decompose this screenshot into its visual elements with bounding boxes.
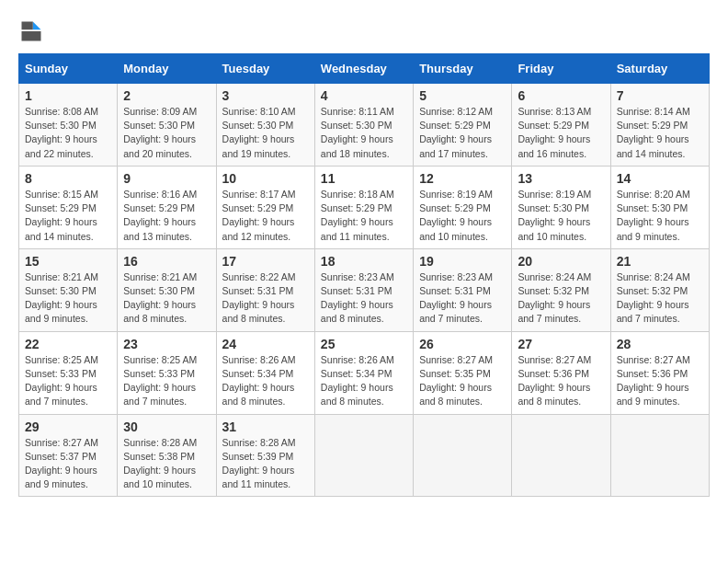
weekday-label: Friday — [512, 54, 610, 84]
day-number: 21 — [617, 254, 703, 269]
day-number: 2 — [123, 88, 210, 103]
logo — [18, 18, 48, 44]
day-number: 15 — [25, 254, 111, 269]
weekday-label: Monday — [118, 54, 216, 84]
day-info: Sunrise: 8:25 AMSunset: 5:33 PMDaylight:… — [25, 353, 111, 409]
calendar-cell: 26Sunrise: 8:27 AMSunset: 5:35 PMDayligh… — [414, 331, 512, 414]
day-info: Sunrise: 8:23 AMSunset: 5:31 PMDaylight:… — [419, 270, 506, 327]
calendar-body: 1Sunrise: 8:08 AMSunset: 5:30 PMDaylight… — [19, 84, 710, 497]
day-number: 12 — [419, 171, 506, 186]
day-number: 31 — [222, 419, 309, 434]
day-info: Sunrise: 8:25 AMSunset: 5:33 PMDaylight:… — [123, 353, 210, 409]
day-number: 4 — [321, 88, 407, 103]
calendar-cell: 11Sunrise: 8:18 AMSunset: 5:29 PMDayligh… — [314, 166, 413, 248]
calendar-cell: 2Sunrise: 8:09 AMSunset: 5:30 PMDaylight… — [118, 84, 216, 167]
day-number: 22 — [25, 337, 111, 351]
day-info: Sunrise: 8:19 AMSunset: 5:30 PMDaylight:… — [518, 188, 604, 244]
day-info: Sunrise: 8:22 AMSunset: 5:31 PMDaylight:… — [222, 270, 309, 327]
calendar-cell: 28Sunrise: 8:27 AMSunset: 5:36 PMDayligh… — [610, 331, 709, 414]
day-info: Sunrise: 8:27 AMSunset: 5:36 PMDaylight:… — [518, 353, 604, 409]
day-number: 10 — [222, 171, 309, 186]
day-info: Sunrise: 8:09 AMSunset: 5:30 PMDaylight:… — [123, 105, 210, 161]
day-number: 8 — [25, 171, 111, 186]
day-info: Sunrise: 8:27 AMSunset: 5:36 PMDaylight:… — [617, 353, 703, 409]
calendar-cell — [610, 414, 709, 497]
day-number: 28 — [617, 337, 703, 351]
day-number: 1 — [25, 88, 111, 103]
day-number: 9 — [123, 171, 210, 186]
calendar-cell: 23Sunrise: 8:25 AMSunset: 5:33 PMDayligh… — [118, 331, 216, 414]
day-info: Sunrise: 8:17 AMSunset: 5:29 PMDaylight:… — [222, 188, 309, 244]
day-info: Sunrise: 8:28 AMSunset: 5:38 PMDaylight:… — [123, 436, 210, 492]
calendar-cell — [414, 414, 512, 497]
day-number: 17 — [222, 254, 309, 269]
day-info: Sunrise: 8:27 AMSunset: 5:37 PMDaylight:… — [25, 436, 111, 492]
calendar-cell: 12Sunrise: 8:19 AMSunset: 5:29 PMDayligh… — [414, 166, 512, 248]
calendar-cell: 10Sunrise: 8:17 AMSunset: 5:29 PMDayligh… — [216, 166, 314, 248]
calendar-cell: 31Sunrise: 8:28 AMSunset: 5:39 PMDayligh… — [216, 414, 314, 497]
calendar-cell: 16Sunrise: 8:21 AMSunset: 5:30 PMDayligh… — [118, 248, 216, 331]
logo-icon — [18, 18, 44, 44]
calendar-cell: 30Sunrise: 8:28 AMSunset: 5:38 PMDayligh… — [118, 414, 216, 497]
svg-rect-2 — [22, 22, 33, 30]
day-number: 30 — [123, 419, 210, 434]
calendar-cell: 7Sunrise: 8:14 AMSunset: 5:29 PMDaylight… — [610, 84, 709, 167]
calendar-cell: 5Sunrise: 8:12 AMSunset: 5:29 PMDaylight… — [414, 84, 512, 167]
day-info: Sunrise: 8:21 AMSunset: 5:30 PMDaylight:… — [25, 270, 111, 327]
calendar-table: SundayMondayTuesdayWednesdayThursdayFrid… — [18, 53, 710, 497]
calendar-cell: 25Sunrise: 8:26 AMSunset: 5:34 PMDayligh… — [314, 331, 413, 414]
calendar-cell: 9Sunrise: 8:16 AMSunset: 5:29 PMDaylight… — [118, 166, 216, 248]
day-info: Sunrise: 8:13 AMSunset: 5:29 PMDaylight:… — [518, 105, 604, 161]
day-number: 26 — [419, 337, 506, 351]
calendar-cell: 22Sunrise: 8:25 AMSunset: 5:33 PMDayligh… — [19, 331, 118, 414]
calendar-cell — [512, 414, 610, 497]
weekday-header-row: SundayMondayTuesdayWednesdayThursdayFrid… — [19, 54, 710, 84]
calendar-cell: 24Sunrise: 8:26 AMSunset: 5:34 PMDayligh… — [216, 331, 314, 414]
calendar-cell: 21Sunrise: 8:24 AMSunset: 5:32 PMDayligh… — [610, 248, 709, 331]
day-info: Sunrise: 8:28 AMSunset: 5:39 PMDaylight:… — [222, 436, 309, 492]
day-number: 20 — [518, 254, 604, 269]
day-info: Sunrise: 8:12 AMSunset: 5:29 PMDaylight:… — [419, 105, 506, 161]
calendar-cell: 29Sunrise: 8:27 AMSunset: 5:37 PMDayligh… — [19, 414, 118, 497]
day-info: Sunrise: 8:20 AMSunset: 5:30 PMDaylight:… — [617, 188, 703, 244]
day-info: Sunrise: 8:11 AMSunset: 5:30 PMDaylight:… — [321, 105, 407, 161]
day-number: 5 — [419, 88, 506, 103]
calendar-cell: 14Sunrise: 8:20 AMSunset: 5:30 PMDayligh… — [610, 166, 709, 248]
calendar-cell: 13Sunrise: 8:19 AMSunset: 5:30 PMDayligh… — [512, 166, 610, 248]
day-number: 14 — [617, 171, 703, 186]
day-info: Sunrise: 8:14 AMSunset: 5:29 PMDaylight:… — [617, 105, 703, 161]
svg-marker-1 — [33, 22, 41, 30]
calendar-week-row: 22Sunrise: 8:25 AMSunset: 5:33 PMDayligh… — [19, 331, 710, 414]
calendar-cell: 3Sunrise: 8:10 AMSunset: 5:30 PMDaylight… — [216, 84, 314, 167]
calendar-cell: 4Sunrise: 8:11 AMSunset: 5:30 PMDaylight… — [314, 84, 413, 167]
calendar-cell: 17Sunrise: 8:22 AMSunset: 5:31 PMDayligh… — [216, 248, 314, 331]
calendar-cell: 15Sunrise: 8:21 AMSunset: 5:30 PMDayligh… — [19, 248, 118, 331]
day-number: 19 — [419, 254, 506, 269]
day-info: Sunrise: 8:19 AMSunset: 5:29 PMDaylight:… — [419, 188, 506, 244]
day-info: Sunrise: 8:23 AMSunset: 5:31 PMDaylight:… — [321, 270, 407, 327]
day-number: 7 — [617, 88, 703, 103]
day-number: 25 — [321, 337, 407, 351]
day-info: Sunrise: 8:24 AMSunset: 5:32 PMDaylight:… — [518, 270, 604, 327]
weekday-label: Saturday — [610, 54, 709, 84]
day-info: Sunrise: 8:18 AMSunset: 5:29 PMDaylight:… — [321, 188, 407, 244]
calendar-cell: 19Sunrise: 8:23 AMSunset: 5:31 PMDayligh… — [414, 248, 512, 331]
calendar-week-row: 29Sunrise: 8:27 AMSunset: 5:37 PMDayligh… — [19, 414, 710, 497]
day-number: 24 — [222, 337, 309, 351]
weekday-label: Tuesday — [216, 54, 314, 84]
calendar-cell: 6Sunrise: 8:13 AMSunset: 5:29 PMDaylight… — [512, 84, 610, 167]
day-info: Sunrise: 8:16 AMSunset: 5:29 PMDaylight:… — [123, 188, 210, 244]
weekday-label: Wednesday — [314, 54, 413, 84]
calendar-week-row: 8Sunrise: 8:15 AMSunset: 5:29 PMDaylight… — [19, 166, 710, 248]
weekday-label: Sunday — [19, 54, 118, 84]
weekday-label: Thursday — [414, 54, 512, 84]
day-info: Sunrise: 8:24 AMSunset: 5:32 PMDaylight:… — [617, 270, 703, 327]
day-number: 11 — [321, 171, 407, 186]
day-number: 29 — [25, 419, 111, 434]
calendar-cell: 8Sunrise: 8:15 AMSunset: 5:29 PMDaylight… — [19, 166, 118, 248]
calendar-cell — [314, 414, 413, 497]
day-info: Sunrise: 8:21 AMSunset: 5:30 PMDaylight:… — [123, 270, 210, 327]
calendar-week-row: 1Sunrise: 8:08 AMSunset: 5:30 PMDaylight… — [19, 84, 710, 167]
day-number: 6 — [518, 88, 604, 103]
day-info: Sunrise: 8:08 AMSunset: 5:30 PMDaylight:… — [25, 105, 111, 161]
